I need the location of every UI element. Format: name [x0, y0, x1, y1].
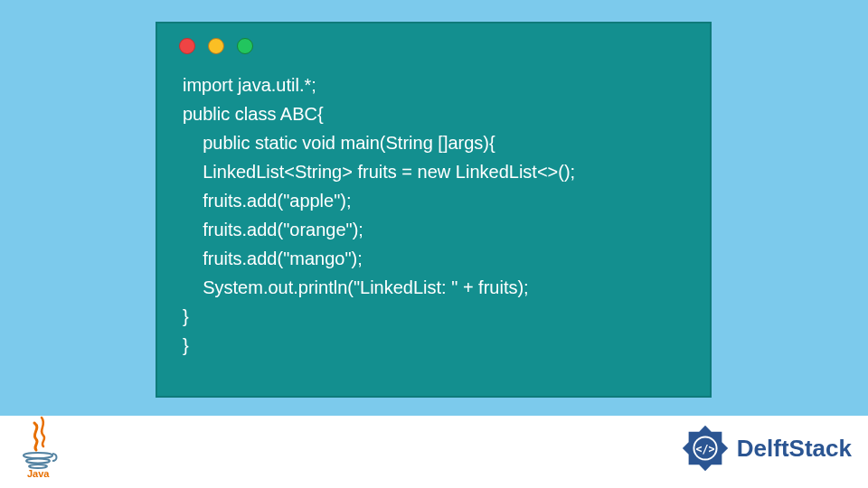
code-line: System.out.println("LinkedList: " + frui… — [183, 277, 529, 297]
svg-point-0 — [24, 453, 52, 458]
code-block: import java.util.*; public class ABC{ pu… — [157, 54, 710, 360]
java-logo-text: Java — [27, 468, 50, 479]
code-line: LinkedList<String> fruits = new LinkedLi… — [183, 162, 575, 182]
code-line: public class ABC{ — [183, 104, 324, 124]
svg-text:</>: </> — [695, 443, 714, 455]
delftstack-badge-icon: </> — [679, 422, 731, 474]
code-line: } — [183, 306, 189, 326]
code-line: fruits.add("mango"); — [183, 249, 363, 268]
close-icon — [179, 38, 195, 54]
delftstack-logo-text: DelftStack — [737, 435, 852, 463]
code-line: } — [183, 335, 189, 355]
code-line: fruits.add("orange"); — [183, 220, 363, 239]
maximize-icon — [237, 38, 253, 54]
code-window: import java.util.*; public class ABC{ pu… — [156, 22, 712, 398]
canvas-background: import java.util.*; public class ABC{ pu… — [0, 0, 868, 416]
minimize-icon — [208, 38, 224, 54]
java-logo-icon: Java — [14, 416, 67, 479]
code-line: public static void main(String []args){ — [183, 133, 495, 153]
window-controls — [157, 23, 710, 54]
code-line: import java.util.*; — [183, 75, 316, 95]
code-line: fruits.add("apple"); — [183, 191, 352, 211]
delftstack-logo: </> DelftStack — [679, 422, 852, 474]
svg-point-1 — [26, 459, 50, 464]
